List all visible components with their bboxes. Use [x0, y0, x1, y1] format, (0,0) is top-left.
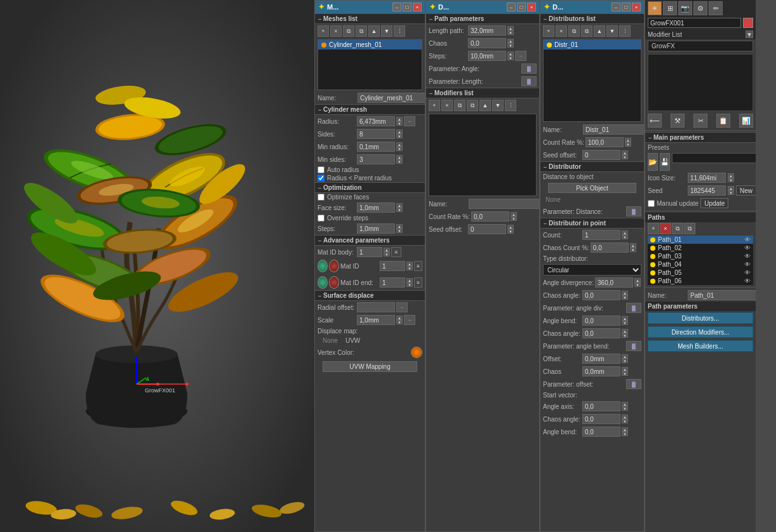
- scale-curve[interactable]: ~: [404, 315, 415, 325]
- distributors-maximize[interactable]: □: [622, 3, 631, 11]
- dist-add-btn[interactable]: +: [543, 25, 554, 37]
- type-dropdown[interactable]: Circular Random Grid: [543, 264, 641, 276]
- growfx-name-input[interactable]: [648, 18, 741, 28]
- seed-down[interactable]: ▼: [728, 190, 734, 195]
- dist-up-btn[interactable]: ▲: [594, 25, 605, 37]
- path-item-5[interactable]: Path_06 👁: [648, 277, 753, 285]
- steps-down[interactable]: ▼: [396, 229, 403, 233]
- mesh-copy-btn[interactable]: ⧉: [343, 25, 354, 37]
- folder-open-icon[interactable]: 📂: [648, 153, 658, 171]
- mesh-more-btn[interactable]: ⋮: [394, 25, 405, 37]
- angle-bend-up[interactable]: ▲: [622, 316, 628, 321]
- update-btn[interactable]: Update: [700, 198, 728, 208]
- angle-div-input[interactable]: [595, 277, 633, 288]
- mesh-name-input[interactable]: [358, 93, 425, 103]
- mod-delete-btn[interactable]: ×: [441, 100, 453, 111]
- distributor-header[interactable]: – Distributor: [540, 161, 644, 172]
- param-offset-curve[interactable]: ▓: [626, 379, 641, 389]
- dir-steps-up[interactable]: ▲: [507, 51, 514, 56]
- offset-up[interactable]: ▲: [622, 354, 628, 359]
- min-radius-up[interactable]: ▲: [396, 142, 403, 147]
- radial-offset-curve[interactable]: ~: [396, 302, 408, 312]
- icon-size-input[interactable]: [688, 173, 726, 183]
- chaos2-input[interactable]: [582, 366, 620, 376]
- angle-bend-down[interactable]: ▼: [622, 321, 628, 325]
- min-radius-down[interactable]: ▼: [396, 147, 403, 151]
- mat-id-input[interactable]: [380, 261, 405, 271]
- direction-close[interactable]: ×: [527, 3, 536, 11]
- mat-icon-red2[interactable]: [329, 276, 339, 289]
- path-eye-5[interactable]: 👁: [744, 277, 751, 284]
- param-dist-curve[interactable]: ▓: [626, 206, 641, 216]
- min-sides-down[interactable]: ▼: [396, 159, 403, 164]
- dist-item-0[interactable]: Distr_01: [544, 40, 641, 50]
- angle-div-up[interactable]: ▲: [634, 278, 641, 283]
- camera-icon-btn[interactable]: 📷: [678, 1, 692, 15]
- optimization-header[interactable]: – Optimization: [315, 182, 425, 193]
- min-sides-up[interactable]: ▲: [396, 155, 403, 159]
- param-angle-bend-curve[interactable]: ▓: [626, 341, 641, 351]
- count-input[interactable]: [582, 230, 620, 240]
- optimize-faces-check[interactable]: [318, 194, 324, 201]
- dist-seed-input[interactable]: [582, 150, 620, 160]
- mod-paste-btn[interactable]: ⧉: [467, 100, 478, 111]
- chaos-down[interactable]: ▼: [507, 43, 514, 48]
- mat-id-body-down[interactable]: ▼: [384, 252, 390, 256]
- path-item-4[interactable]: Path_05 👁: [648, 269, 753, 277]
- chaos-angle3-down[interactable]: ▼: [622, 419, 628, 423]
- mat-icon-red[interactable]: [329, 260, 339, 272]
- mat-id-body-input[interactable]: [357, 247, 382, 257]
- path-delete-btn[interactable]: ×: [660, 223, 671, 234]
- path-name-input[interactable]: [688, 290, 756, 300]
- offset-input[interactable]: [582, 354, 620, 364]
- modifier-icon-1[interactable]: ⟵: [648, 114, 662, 128]
- mat-id-end-down[interactable]: ▼: [406, 283, 413, 287]
- path-item-1[interactable]: Path_02 👁: [648, 244, 753, 252]
- radius-curve[interactable]: ~: [404, 116, 415, 126]
- new-btn[interactable]: New: [736, 185, 756, 196]
- mat-id-up[interactable]: ▲: [406, 262, 413, 266]
- sun-icon-btn[interactable]: ☀: [648, 1, 662, 15]
- distributors-minimize[interactable]: –: [612, 3, 620, 11]
- dir-seed-down[interactable]: ▼: [507, 229, 514, 234]
- face-size-up[interactable]: ▲: [396, 203, 403, 208]
- modifier-icon-2[interactable]: ⚒: [671, 114, 685, 128]
- mod-more-btn[interactable]: ⋮: [505, 100, 516, 111]
- dist-paste-btn[interactable]: ⧉: [581, 25, 592, 37]
- uvw-mapping-btn[interactable]: UVW Mapping: [323, 361, 417, 372]
- mat-id-body-up[interactable]: ▲: [384, 248, 390, 252]
- dir-seed-up[interactable]: ▲: [507, 225, 514, 229]
- distributors-btn[interactable]: Distributors...: [648, 312, 753, 324]
- mat-id-list-btn[interactable]: ≡: [414, 261, 422, 271]
- param-length-curve[interactable]: ▓: [521, 76, 537, 86]
- override-steps-check[interactable]: [318, 215, 324, 222]
- path-item-3[interactable]: Path_04 👁: [648, 260, 753, 269]
- manual-update-check[interactable]: [648, 200, 655, 207]
- path-eye-2[interactable]: 👁: [744, 253, 751, 260]
- angle-bend2-up[interactable]: ▲: [622, 427, 628, 432]
- radius-up[interactable]: ▲: [396, 117, 403, 121]
- mesh-builders-maximize[interactable]: □: [403, 3, 411, 11]
- mesh-up-btn[interactable]: ▲: [368, 25, 380, 37]
- length-path-input[interactable]: [468, 25, 506, 36]
- chaos-count-up[interactable]: ▲: [630, 243, 636, 248]
- dist-list-header[interactable]: – Distributors list: [540, 13, 644, 24]
- growfx-color-swatch[interactable]: [743, 18, 753, 28]
- dir-steps-curve[interactable]: ~: [515, 51, 526, 61]
- sides-down[interactable]: ▼: [396, 134, 403, 138]
- chaos-count-input[interactable]: [591, 243, 629, 253]
- cylinder-mesh-header[interactable]: – Cylinder mesh: [315, 104, 425, 115]
- count-up[interactable]: ▲: [622, 230, 628, 235]
- icon-size-up[interactable]: ▲: [728, 173, 734, 178]
- radius-parent-check[interactable]: [318, 175, 324, 182]
- scale-down[interactable]: ▼: [396, 320, 403, 324]
- icon-size-down[interactable]: ▼: [728, 178, 734, 182]
- render-icon-btn[interactable]: ✏: [709, 1, 723, 15]
- angle-axis-up[interactable]: ▲: [622, 402, 628, 406]
- dist-name-input[interactable]: [583, 124, 644, 135]
- sides-up[interactable]: ▲: [396, 130, 403, 134]
- chaos-angle2-input[interactable]: [582, 328, 620, 338]
- mesh-paste-btn[interactable]: ⧉: [356, 25, 367, 37]
- mesh-builders-minimize[interactable]: –: [392, 3, 401, 11]
- path-item-0[interactable]: Path_01 👁: [648, 236, 753, 244]
